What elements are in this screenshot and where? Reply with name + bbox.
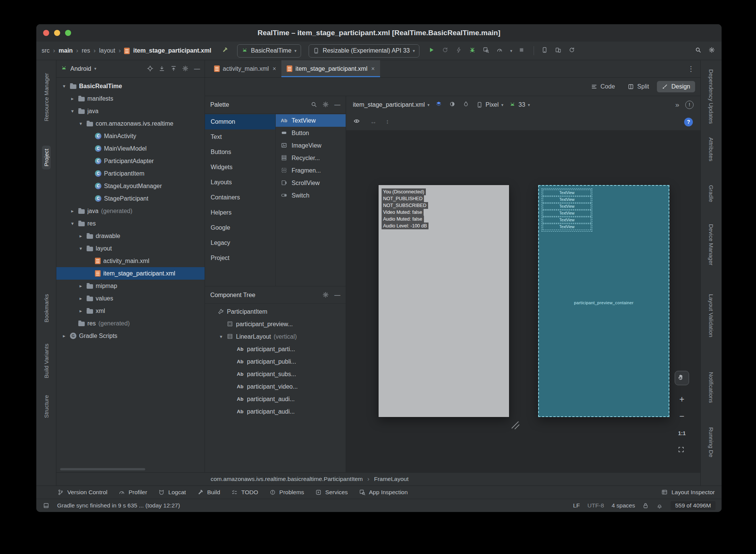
- tree-item[interactable]: ▸values: [56, 292, 205, 305]
- lock-icon[interactable]: [643, 503, 649, 509]
- hide-panel-icon[interactable]: —: [194, 65, 200, 72]
- chevron-right-icon[interactable]: ▸: [78, 283, 84, 289]
- toolwindow-logcat[interactable]: Logcat: [158, 489, 186, 496]
- palette-category-project[interactable]: Project: [205, 251, 275, 266]
- toolwindow-attributes[interactable]: Attributes: [708, 137, 714, 161]
- palette-category-google[interactable]: Google: [205, 220, 275, 235]
- toolwindow-build[interactable]: Build: [197, 489, 220, 496]
- breadcrumb-src[interactable]: src: [42, 47, 50, 54]
- device-dropdown[interactable]: Resizable (Experimental) API 33 ▾: [309, 44, 419, 58]
- chevron-down-icon[interactable]: ▾: [78, 246, 84, 251]
- help-icon[interactable]: ?: [684, 118, 693, 126]
- tree-item[interactable]: res(generated): [56, 317, 205, 330]
- blueprint-textview[interactable]: TextView: [543, 217, 591, 223]
- locate-file-icon[interactable]: [147, 65, 154, 72]
- toolwindow-services[interactable]: Services: [315, 489, 348, 496]
- tree-item-selected[interactable]: item_stage_participant.xml: [56, 267, 205, 280]
- zoom-to-fit-button[interactable]: [675, 444, 689, 457]
- palette-category-containers[interactable]: Containers: [205, 190, 275, 205]
- palette-category-layouts[interactable]: Layouts: [205, 175, 275, 190]
- toolwindow-layout-inspector[interactable]: Layout Inspector: [661, 489, 715, 496]
- tree-item[interactable]: StageLayoutManager: [56, 180, 205, 192]
- tree-item[interactable]: MainActivity: [56, 130, 205, 142]
- tab-activity-main[interactable]: activity_main.xml ×: [209, 60, 281, 77]
- breadcrumb-res[interactable]: res: [82, 47, 90, 54]
- palette-category-common[interactable]: Common: [205, 114, 275, 129]
- component-tree-item[interactable]: ParticipantItem: [205, 305, 346, 318]
- tree-item[interactable]: ParticipantAdapter: [56, 155, 205, 167]
- surface-layers-icon[interactable]: [436, 101, 443, 109]
- tree-item[interactable]: ▾layout: [56, 242, 205, 255]
- toolwindow-build-variants[interactable]: Build Variants: [43, 344, 50, 378]
- blueprint-textview[interactable]: TextView: [543, 196, 591, 203]
- palette-gear-icon[interactable]: [323, 101, 329, 108]
- more-tabs-icon[interactable]: ⋮: [681, 60, 700, 77]
- tree-item[interactable]: ▸manifests: [56, 92, 205, 105]
- device-manager-icon[interactable]: [542, 47, 549, 54]
- tree-item[interactable]: ParticipantItem: [56, 167, 205, 180]
- toolbar-overflow-icon[interactable]: »: [675, 101, 679, 109]
- palette-category-buttons[interactable]: Buttons: [205, 145, 275, 160]
- memory-indicator[interactable]: 559 of 4096M: [671, 501, 716, 510]
- theme-icon[interactable]: [463, 101, 470, 109]
- toolwindow-profiler[interactable]: Profiler: [119, 489, 147, 496]
- chevron-right-icon[interactable]: ▸: [69, 96, 76, 101]
- breadcrumb-framelayout[interactable]: FrameLayout: [374, 476, 408, 482]
- line-ending-indicator[interactable]: LF: [573, 502, 580, 509]
- encoding-indicator[interactable]: UTF-8: [587, 502, 604, 509]
- tree-item[interactable]: ▸xml: [56, 305, 205, 317]
- view-options-eye-icon[interactable]: [354, 118, 361, 126]
- chevron-right-icon[interactable]: ▸: [78, 233, 84, 239]
- component-tree-item[interactable]: participant_video...: [205, 380, 346, 393]
- component-tree-item[interactable]: participant_subs...: [205, 368, 346, 380]
- profiler-icon[interactable]: [497, 47, 504, 54]
- issues-badge-icon[interactable]: !: [685, 101, 694, 109]
- canvas-resize-handle[interactable]: [510, 420, 521, 431]
- palette-item-button[interactable]: Button: [276, 127, 346, 139]
- search-everywhere-icon[interactable]: [695, 47, 703, 54]
- palette-item-scrollview[interactable]: ScrollView: [276, 177, 346, 189]
- toolwindow-version-control[interactable]: Version Control: [57, 489, 107, 496]
- tree-item[interactable]: ▸mipmap: [56, 280, 205, 292]
- apply-changes-icon[interactable]: [456, 47, 463, 54]
- run-configuration-dropdown[interactable]: BasicRealTime ▾: [237, 44, 301, 58]
- component-tree-gear-icon[interactable]: [323, 292, 329, 298]
- chevron-down-icon[interactable]: ▾: [69, 221, 76, 226]
- palette-item-imageview[interactable]: ImageView: [276, 139, 346, 152]
- breadcrumb-main[interactable]: main: [59, 47, 73, 54]
- component-tree-item[interactable]: participant_preview...: [205, 318, 346, 330]
- blueprint-textview[interactable]: TextView: [543, 203, 591, 210]
- hide-panel-icon[interactable]: —: [334, 101, 340, 108]
- tree-item[interactable]: MainViewModel: [56, 142, 205, 155]
- tree-item[interactable]: StageParticipant: [56, 192, 205, 205]
- chevron-right-icon[interactable]: ▸: [61, 333, 67, 339]
- toolwindow-todo[interactable]: TODO: [231, 489, 258, 496]
- palette-item-textview[interactable]: TextView: [276, 114, 346, 127]
- indent-indicator[interactable]: 4 spaces: [612, 502, 635, 509]
- component-tree-item[interactable]: participant_parti...: [205, 343, 346, 355]
- hide-panel-icon[interactable]: —: [334, 292, 340, 299]
- toolwindow-app-inspection[interactable]: App Inspection: [359, 489, 408, 496]
- breadcrumb-component[interactable]: com.amazonaws.ivs.realtime.basicrealtime…: [211, 476, 363, 482]
- breadcrumb-file[interactable]: item_stage_participant.xml: [133, 47, 211, 54]
- palette-category-helpers[interactable]: Helpers: [205, 205, 275, 220]
- api-version-dropdown[interactable]: 33 ▾: [509, 101, 530, 108]
- panel-options-gear-icon[interactable]: [182, 65, 189, 72]
- component-tree-item[interactable]: participant_audi...: [205, 405, 346, 418]
- blueprint-textview[interactable]: TextView: [543, 224, 591, 230]
- mode-design-button[interactable]: Design: [657, 81, 695, 92]
- blueprint-textview[interactable]: TextView: [543, 190, 591, 196]
- chevron-right-icon[interactable]: ▸: [78, 296, 84, 301]
- toolwindow-project[interactable]: Project: [42, 146, 51, 170]
- palette-item-fragment[interactable]: Fragmen...: [276, 164, 346, 177]
- restart-activity-icon[interactable]: [442, 47, 450, 54]
- toolwindow-device-manager[interactable]: Device Manager: [708, 224, 714, 265]
- tree-item[interactable]: activity_main.xml: [56, 255, 205, 267]
- title-bar[interactable]: RealTime – item_stage_participant.xml [R…: [36, 24, 722, 42]
- chevron-down-icon[interactable]: ▾: [94, 66, 96, 71]
- tree-item[interactable]: ▸Gradle Scripts: [56, 330, 205, 342]
- toolwindow-bookmarks[interactable]: Bookmarks: [43, 294, 50, 322]
- toolwindow-resource-manager[interactable]: Resource Manager: [43, 73, 50, 121]
- tree-item[interactable]: ▸drawable: [56, 230, 205, 242]
- sync-gradle-icon[interactable]: [569, 47, 576, 54]
